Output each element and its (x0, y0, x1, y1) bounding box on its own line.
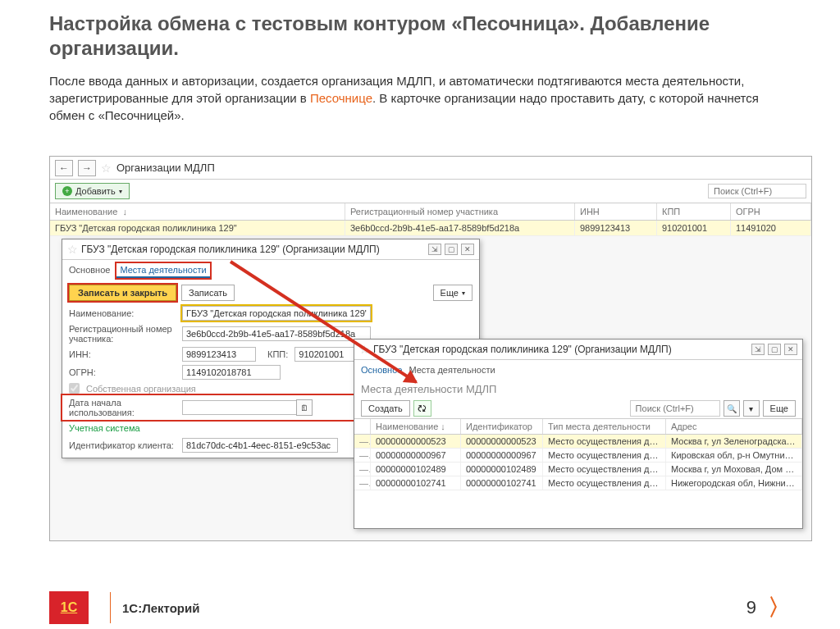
detach-icon[interactable]: ⇲ (428, 244, 441, 255)
pcol-id[interactable]: Идентификатор (461, 419, 543, 434)
input-client-id[interactable] (182, 438, 338, 453)
cell-name: 00000000102741 (371, 476, 461, 490)
footer-label: 1С:Лекторий (122, 601, 199, 615)
checkbox-own-org (69, 383, 80, 394)
add-label: Добавить (75, 186, 116, 196)
label-client-id: Идентификатор клиента: (69, 440, 176, 450)
close-icon[interactable]: ✕ (461, 244, 474, 255)
places-row[interactable]: —0000000000052300000000000523Место осуще… (354, 435, 802, 449)
row-marker: — (354, 435, 371, 448)
label-inn: ИНН: (69, 349, 176, 359)
label-start-date: Дата начала использования: (69, 398, 176, 417)
places-toolbar: Создать 🗘 🔍 ▾ Еще (354, 399, 802, 418)
label-ogrn: ОГРН: (69, 367, 176, 377)
clear-icon[interactable]: ▾ (743, 400, 760, 417)
cell-addr: Нижегородская обл, Нижний Новгород г, ул… (666, 476, 802, 490)
places-subtitle: Места деятельности МДЛП (354, 380, 802, 399)
row-marker: — (354, 463, 371, 476)
row-marker: — (354, 476, 371, 490)
slide-title: Настройка обмена с тестовым контуром «Пе… (0, 0, 840, 64)
places-title: ГБУЗ "Детская городская поликлиника 129"… (373, 344, 672, 355)
pcol-type[interactable]: Тип места деятельности (543, 419, 666, 434)
plus-icon: + (62, 186, 72, 196)
more-button[interactable]: Еще ▾ (433, 285, 472, 301)
close-icon[interactable]: ✕ (784, 344, 797, 355)
search-icon[interactable]: 🔍 (724, 400, 740, 417)
slide-footer: 1C 1С:Лекторий 9 〉 (0, 591, 840, 624)
cell-type: Место осуществления деятель... (543, 449, 666, 462)
create-button[interactable]: Создать (361, 400, 410, 417)
cell-name: 00000000000523 (371, 435, 461, 448)
cell-ogrn: 11491020 (731, 221, 811, 235)
cell-name: ГБУЗ "Детская городская поликлиника 129" (50, 221, 345, 235)
logo-1c: 1C (49, 591, 89, 624)
places-row[interactable]: —0000000010274100000000102741Место осуще… (354, 476, 802, 490)
row-marker: — (354, 449, 371, 462)
save-close-button[interactable]: Записать и закрыть (69, 285, 176, 301)
tab-main[interactable]: Основное (69, 263, 110, 278)
cell-id: 00000000000967 (461, 449, 543, 462)
cell-id: 00000000102489 (461, 463, 543, 476)
places-row[interactable]: —0000000010248900000000102489Место осуще… (354, 463, 802, 476)
label-name: Наименование: (69, 308, 176, 318)
pcol-name[interactable]: Наименование ↓ (371, 419, 461, 434)
places-grid-header: Наименование ↓ Идентификатор Тип места д… (354, 418, 802, 435)
window-title: Организации МДЛП (116, 162, 215, 174)
minimize-icon[interactable]: ▢ (768, 344, 781, 355)
pcol-addr[interactable]: Адрес (666, 419, 802, 434)
cell-addr: Кировская обл, р-н Омутнинский, ж/д_будк… (666, 449, 802, 462)
page-number: 9 (746, 597, 756, 618)
cell-name: 00000000102489 (371, 463, 461, 476)
grid-row[interactable]: ГБУЗ "Детская городская поликлиника 129"… (50, 221, 811, 236)
col-inn[interactable]: ИНН (575, 203, 657, 220)
grid-header: Наименование ↓ Регистрационный номер уча… (50, 203, 811, 221)
places-row[interactable]: —0000000000096700000000000967Место осуще… (354, 449, 802, 463)
input-ogrn[interactable] (182, 365, 281, 380)
input-start-date[interactable] (182, 400, 297, 415)
add-button[interactable]: + Добавить ▾ (55, 183, 130, 199)
slide-paragraph: После ввода данных и авторизации, создае… (0, 64, 840, 130)
col-kpp[interactable]: КПП (657, 203, 731, 220)
places-header: ☆ ГБУЗ "Детская городская поликлиника 12… (354, 340, 802, 360)
cell-name: 00000000000967 (371, 449, 461, 462)
org-button-row: Записать и закрыть Записать Еще ▾ (62, 281, 479, 304)
places-search-input[interactable] (630, 400, 720, 417)
detach-icon[interactable]: ⇲ (751, 344, 765, 355)
tab-places[interactable]: Места деятельности (116, 263, 209, 278)
cell-addr: Москва г, ул Моховая, Дом 6, Строение 2 (666, 463, 802, 476)
forward-button[interactable]: → (78, 160, 96, 176)
search-input[interactable] (708, 184, 806, 198)
back-button[interactable]: ← (55, 160, 73, 176)
save-button[interactable]: Записать (181, 285, 235, 301)
tab-places[interactable]: Места деятельности (409, 363, 495, 376)
cell-inn: 9899123413 (575, 221, 657, 235)
org-card-title: ГБУЗ "Детская городская поликлиника 129"… (81, 244, 380, 255)
col-reg[interactable]: Регистрационный номер участника (345, 203, 575, 220)
refresh-icon[interactable]: 🗘 (413, 400, 431, 417)
titlebar: ← → ☆ Организации МДЛП (50, 157, 811, 180)
org-card-header: ☆ ГБУЗ "Детская городская поликлиника 12… (62, 239, 479, 260)
cell-kpp: 910201001 (657, 221, 731, 235)
org-tabs: Основное Места деятельности (62, 260, 479, 281)
label-own-org: Собственная организация (86, 384, 196, 394)
divider (110, 592, 111, 623)
col-ogrn[interactable]: ОГРН (731, 203, 811, 220)
cell-id: 00000000102741 (461, 476, 543, 490)
toolbar: + Добавить ▾ (50, 180, 811, 203)
cell-addr: Москва г, ул Зеленоградская, Дом 1корпус… (666, 435, 802, 448)
calendar-icon[interactable]: 🗓 (296, 399, 313, 416)
input-inn[interactable] (182, 347, 256, 362)
col-name[interactable]: Наименование ↓ (50, 203, 345, 220)
favorite-icon[interactable]: ☆ (101, 162, 112, 175)
minimize-icon[interactable]: ▢ (445, 244, 458, 255)
input-kpp[interactable] (294, 347, 360, 362)
input-name[interactable] (182, 306, 371, 321)
search-box (708, 184, 806, 198)
more-button[interactable]: Еще (763, 400, 796, 417)
cell-type: Место осуществления деятель... (543, 476, 666, 490)
para-highlight: Песочнице (310, 91, 372, 105)
favorite-icon[interactable]: ☆ (67, 243, 78, 256)
cell-type: Место осуществления деятель... (543, 463, 666, 476)
label-kpp: КПП: (267, 349, 288, 359)
places-window: ☆ ГБУЗ "Детская городская поликлиника 12… (354, 339, 803, 529)
